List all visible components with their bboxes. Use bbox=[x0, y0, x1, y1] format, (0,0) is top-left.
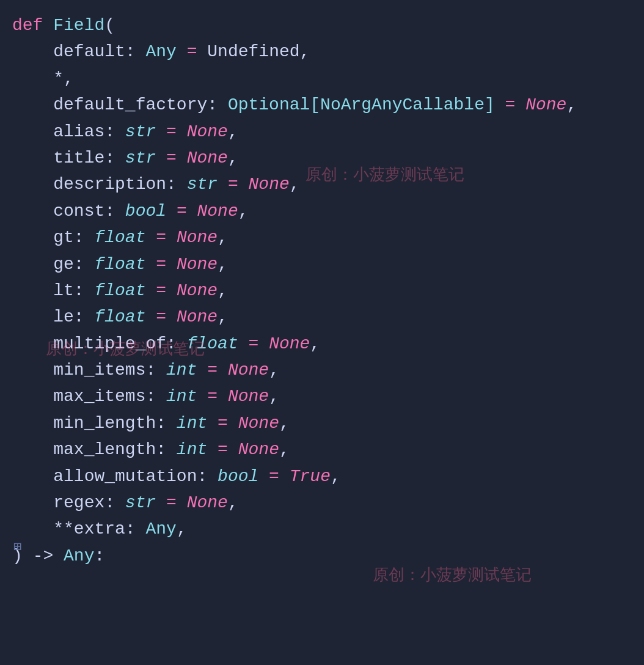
type-float-2: float bbox=[94, 255, 145, 274]
param-max-items: max_items bbox=[53, 387, 145, 406]
param-alias: alias bbox=[53, 122, 104, 141]
param-default: default bbox=[53, 42, 125, 61]
line-ge: ge: float = None, bbox=[12, 251, 626, 277]
param-max-length: max_length bbox=[53, 440, 156, 459]
line-description: description: str = None, bbox=[12, 171, 626, 197]
type-int-3: int bbox=[177, 414, 207, 433]
param-ge: ge bbox=[53, 255, 74, 274]
line-default-factory: default_factory: Optional[NoArgAnyCallab… bbox=[12, 92, 626, 118]
value-none-10: None bbox=[269, 334, 310, 353]
open-paren: ( bbox=[104, 16, 115, 35]
type-int-4: int bbox=[177, 440, 207, 459]
line-return: ) -> Any: bbox=[12, 543, 626, 569]
type-float-5: float bbox=[187, 334, 238, 353]
value-none-8: None bbox=[177, 281, 218, 300]
line-star: *, bbox=[12, 65, 626, 92]
line-lt: lt: float = None, bbox=[12, 277, 626, 304]
func-name: Field bbox=[53, 16, 104, 35]
bracket-icon: ⊞ bbox=[13, 537, 21, 558]
value-none-7: None bbox=[177, 255, 218, 274]
type-float-3: float bbox=[94, 281, 145, 300]
value-none-1: None bbox=[525, 95, 566, 114]
line-def: def Field( bbox=[12, 12, 626, 39]
equals-sign: = bbox=[187, 42, 197, 61]
param-const: const bbox=[53, 202, 104, 221]
keyword-def: def bbox=[12, 16, 43, 35]
line-regex: regex: str = None, bbox=[12, 490, 626, 516]
type-int-1: int bbox=[166, 361, 197, 380]
param-regex: regex bbox=[53, 493, 104, 512]
type-any: Any bbox=[145, 42, 176, 61]
param-min-items: min_items bbox=[53, 361, 145, 380]
line-min-items: min_items: int = None, bbox=[12, 357, 626, 383]
line-default: default: Any = Undefined, bbox=[12, 39, 626, 65]
type-float-1: float bbox=[94, 228, 145, 247]
value-none-13: None bbox=[238, 414, 279, 433]
type-any-2: Any bbox=[145, 520, 176, 538]
param-extra: extra bbox=[74, 520, 125, 538]
param-description: description bbox=[53, 175, 166, 194]
value-none-12: None bbox=[228, 387, 269, 406]
line-extra: **extra: Any, bbox=[12, 516, 626, 542]
param-allow-mutation: allow_mutation bbox=[53, 467, 197, 486]
param-min-length: min_length bbox=[53, 414, 156, 433]
type-float-4: float bbox=[94, 307, 145, 326]
line-allow-mutation: allow_mutation: bool = True, bbox=[12, 463, 626, 490]
value-none-6: None bbox=[177, 228, 218, 247]
line-min-length: min_length: int = None, bbox=[12, 410, 626, 436]
line-const: const: bool = None, bbox=[12, 198, 626, 224]
line-le: le: float = None, bbox=[12, 304, 626, 330]
value-none-4: None bbox=[249, 175, 290, 194]
value-none-9: None bbox=[177, 307, 218, 326]
param-default-factory: default_factory bbox=[53, 95, 207, 114]
value-none-2: None bbox=[187, 122, 228, 141]
line-gt: gt: float = None, bbox=[12, 224, 626, 251]
param-multiple-of: multiple_of bbox=[53, 334, 166, 353]
value-none-14: None bbox=[238, 440, 279, 459]
type-int-2: int bbox=[166, 387, 197, 406]
param-gt: gt bbox=[53, 228, 74, 247]
return-type: Any bbox=[64, 546, 94, 565]
param-title: title bbox=[53, 149, 104, 167]
value-none-5: None bbox=[197, 202, 238, 221]
type-str-4: str bbox=[125, 493, 156, 512]
type-optional: Optional[NoArgAnyCallable] bbox=[228, 95, 495, 114]
param-le: le bbox=[53, 307, 74, 326]
value-undefined: Undefined bbox=[207, 42, 299, 61]
line-multiple-of: multiple_of: float = None, bbox=[12, 331, 626, 357]
type-bool-2: bool bbox=[218, 467, 258, 486]
value-none-11: None bbox=[228, 361, 269, 380]
line-max-items: max_items: int = None, bbox=[12, 383, 626, 410]
value-true: True bbox=[290, 467, 331, 486]
value-none-15: None bbox=[187, 493, 228, 512]
type-bool-1: bool bbox=[125, 202, 166, 221]
code-block: def Field( default: Any = Undefined, *, … bbox=[12, 12, 626, 569]
type-str-1: str bbox=[125, 122, 156, 141]
line-title: title: str = None, bbox=[12, 145, 626, 171]
double-star: ** bbox=[53, 520, 74, 538]
param-lt: lt bbox=[53, 281, 74, 300]
type-str-3: str bbox=[187, 175, 218, 194]
star-sep: *, bbox=[53, 69, 74, 88]
arrow-sign: -> bbox=[33, 546, 54, 565]
line-alias: alias: str = None, bbox=[12, 119, 626, 145]
value-none-3: None bbox=[187, 149, 228, 167]
type-str-2: str bbox=[125, 149, 156, 167]
line-max-length: max_length: int = None, bbox=[12, 436, 626, 463]
